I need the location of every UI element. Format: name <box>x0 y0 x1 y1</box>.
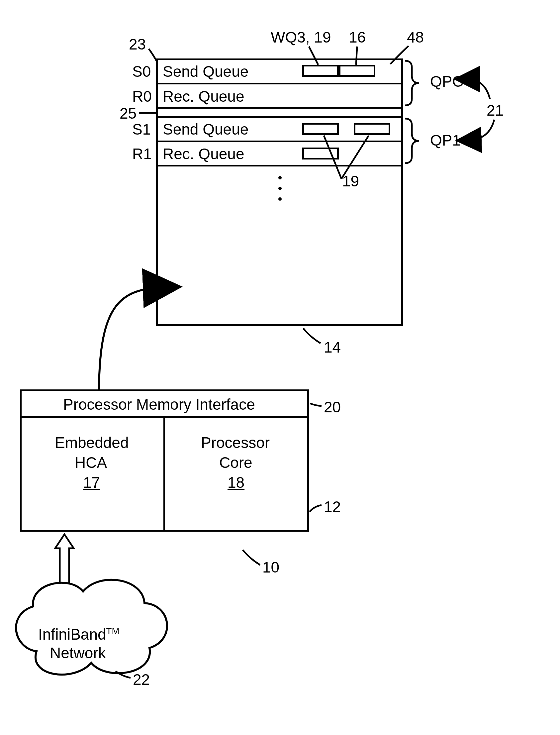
cloud-leader-svg <box>0 0 560 735</box>
diagram-stage: Send Queue Rec. Queue Send Queue Rec. Qu… <box>0 0 560 735</box>
